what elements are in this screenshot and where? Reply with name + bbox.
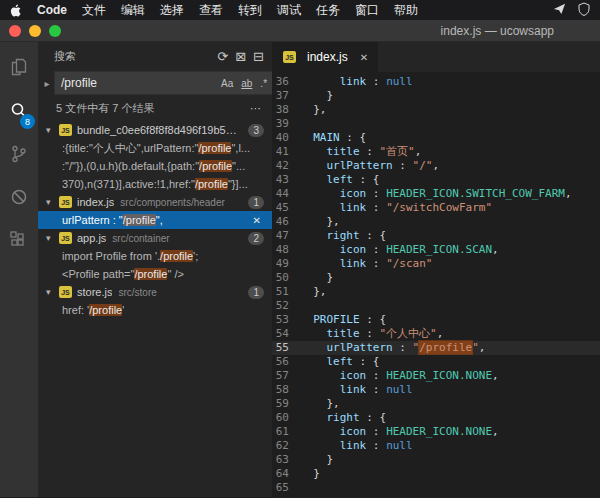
code-lines[interactable]: 36 link : null37 }38 },3940 MAIN : {41 t… xyxy=(272,72,600,497)
minimize-window-button[interactable] xyxy=(29,25,41,37)
apple-logo-icon[interactable] xyxy=(10,4,22,17)
code-text: icon : HEADER_ICON.NONE, xyxy=(300,369,499,383)
file-name: app.js xyxy=(77,232,106,244)
match-text: :{title:"个人中心",urlPattern:"/profile",l..… xyxy=(62,141,250,156)
code-line: 39 xyxy=(272,117,600,131)
search-input[interactable] xyxy=(61,76,216,90)
code-line: 58 link : null xyxy=(272,383,600,397)
line-number: 48 xyxy=(272,243,300,257)
window-titlebar: index.js — ucowsapp xyxy=(0,20,600,42)
tab-index-js[interactable]: JS index.js ✕ xyxy=(272,42,379,72)
chevron-down-icon[interactable]: ▾ xyxy=(46,287,58,297)
line-number: 58 xyxy=(272,383,300,397)
menu-item-help[interactable]: 帮助 xyxy=(394,2,418,19)
code-line: 57 icon : HEADER_ICON.NONE, xyxy=(272,369,600,383)
file-row[interactable]: ▾JSstore.jssrc/store1 xyxy=(38,283,272,301)
code-text: link : null xyxy=(300,75,413,89)
match-count-badge: 2 xyxy=(248,232,264,245)
match-text: urlPattern : "/profile", xyxy=(62,214,163,226)
line-number: 63 xyxy=(272,453,300,467)
code-text: right : { xyxy=(300,229,386,243)
match-row[interactable]: <Profile path="/profile" /> xyxy=(38,265,272,283)
match-text: import Profile from './profile'; xyxy=(62,250,198,262)
file-row[interactable]: ▾JSbundle_c0ee6f8f8f8d496f19b5…3 xyxy=(38,121,272,139)
search-icon[interactable]: 8 xyxy=(0,89,38,132)
more-actions-icon[interactable]: ⋯ xyxy=(250,102,262,115)
explorer-icon[interactable] xyxy=(0,46,38,89)
code-line: 60 right : { xyxy=(272,411,600,425)
search-badge: 8 xyxy=(20,114,35,129)
code-text: link : null xyxy=(300,439,413,453)
line-number: 47 xyxy=(272,229,300,243)
line-number: 39 xyxy=(272,117,300,131)
code-line: 38 }, xyxy=(272,103,600,117)
toggle-replace-chevron-icon[interactable]: ▸ xyxy=(40,78,54,89)
code-text: left : { xyxy=(300,173,380,187)
shield-icon[interactable] xyxy=(578,2,590,19)
js-file-icon: JS xyxy=(59,124,72,136)
line-number: 38 xyxy=(272,103,300,117)
close-tab-icon[interactable]: ✕ xyxy=(360,52,368,63)
debug-icon[interactable] xyxy=(0,175,38,218)
regex-toggle[interactable]: .* xyxy=(257,76,270,91)
menu-item-file[interactable]: 文件 xyxy=(82,2,106,19)
results-summary: 5 文件中有 7 个结果 xyxy=(56,101,154,116)
macos-menubar: Code 文件 编辑 选择 查看 转到 调试 任务 窗口 帮助 xyxy=(0,0,600,20)
line-number: 43 xyxy=(272,173,300,187)
code-line: 40 MAIN : { xyxy=(272,131,600,145)
menu-app-name[interactable]: Code xyxy=(37,3,67,17)
file-row[interactable]: ▾JSindex.jssrc/components/header1 xyxy=(38,193,272,211)
chevron-down-icon[interactable]: ▾ xyxy=(46,125,58,135)
whole-word-toggle[interactable]: ab xyxy=(238,76,255,91)
menu-item-window[interactable]: 窗口 xyxy=(355,2,379,19)
menu-item-go[interactable]: 转到 xyxy=(238,2,262,19)
line-number: 44 xyxy=(272,187,300,201)
extensions-icon[interactable] xyxy=(0,218,38,261)
code-line: 51 }, xyxy=(272,285,600,299)
line-number: 53 xyxy=(272,313,300,327)
line-number: 59 xyxy=(272,397,300,411)
match-row[interactable]: :{title:"个人中心",urlPattern:"/profile",l..… xyxy=(38,139,272,157)
collapse-all-icon[interactable]: ⊟ xyxy=(253,50,264,63)
refresh-icon[interactable]: ⟳ xyxy=(217,50,228,63)
match-row[interactable]: :"/"}),(0,u.h)(b.default,{path:"/profile… xyxy=(38,157,272,175)
code-text: } xyxy=(300,271,333,285)
menu-item-tasks[interactable]: 任务 xyxy=(316,2,340,19)
match-row[interactable]: urlPattern : "/profile",✕ xyxy=(38,211,272,229)
chevron-down-icon[interactable]: ▾ xyxy=(46,197,58,207)
code-text: icon : HEADER_ICON.NONE, xyxy=(300,425,499,439)
code-line: 62 link : null xyxy=(272,439,600,453)
chevron-down-icon[interactable]: ▾ xyxy=(46,233,58,243)
match-row[interactable]: href: '/profile' xyxy=(38,301,272,319)
line-number: 42 xyxy=(272,159,300,173)
code-text: MAIN : { xyxy=(300,131,366,145)
menu-item-selection[interactable]: 选择 xyxy=(160,2,184,19)
code-text: right : { xyxy=(300,411,386,425)
tab-bar: JS index.js ✕ xyxy=(272,42,600,72)
paper-plane-icon[interactable] xyxy=(553,2,566,18)
file-row[interactable]: ▾JSapp.jssrc/container2 xyxy=(38,229,272,247)
code-text: title : "个人中心", xyxy=(300,327,443,341)
menu-item-debug[interactable]: 调试 xyxy=(277,2,301,19)
line-number: 65 xyxy=(272,481,300,495)
file-name: store.js xyxy=(77,286,112,298)
close-window-button[interactable] xyxy=(9,25,21,37)
code-text: }, xyxy=(300,397,340,411)
match-text: <Profile path="/profile" /> xyxy=(62,268,184,280)
match-row[interactable]: import Profile from './profile'; xyxy=(38,247,272,265)
match-text: href: '/profile' xyxy=(62,304,124,316)
source-control-icon[interactable] xyxy=(0,132,38,175)
code-line: 63 } xyxy=(272,453,600,467)
line-number: 51 xyxy=(272,285,300,299)
match-case-toggle[interactable]: Aa xyxy=(218,76,236,91)
search-results: ▾JSbundle_c0ee6f8f8f8d496f19b5…3:{title:… xyxy=(38,121,272,497)
match-row[interactable]: 370),n(371)],active:!1,href:"/profile"}]… xyxy=(38,175,272,193)
clear-search-results-icon[interactable]: ⊠ xyxy=(235,50,246,63)
zoom-window-button[interactable] xyxy=(49,25,61,37)
code-line: 36 link : null xyxy=(272,75,600,89)
editor-group: JS index.js ✕ 36 link : null37 }38 },394… xyxy=(272,42,600,497)
line-number: 64 xyxy=(272,467,300,481)
menu-item-edit[interactable]: 编辑 xyxy=(121,2,145,19)
menu-item-view[interactable]: 查看 xyxy=(199,2,223,19)
dismiss-match-icon[interactable]: ✕ xyxy=(246,215,268,226)
